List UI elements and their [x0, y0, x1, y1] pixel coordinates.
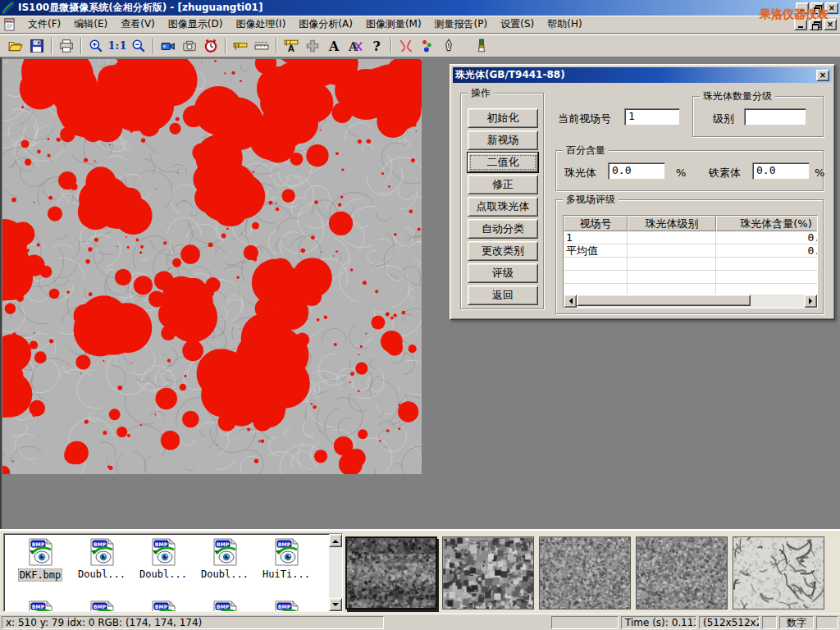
file-name: DKF.bmp — [18, 568, 63, 582]
bmp-file-icon: BMP — [148, 600, 178, 612]
file-list: BMP DKF.bmp BMP Doubl... BMP Doubl... BM… — [3, 533, 343, 612]
open-file-button[interactable] — [5, 36, 26, 56]
file-item[interactable]: BMP HuiTi... — [257, 537, 316, 580]
file-item[interactable]: BMP Doubl... — [195, 537, 254, 580]
down-arrow-icon — [332, 603, 339, 609]
grade-input[interactable] — [744, 108, 806, 126]
menu-file[interactable]: 文件(F) — [21, 16, 67, 33]
menu-measure-report[interactable]: 测量报告(P) — [428, 16, 495, 33]
grade-label: 级别 — [713, 112, 734, 126]
file-item[interactable]: BMP DKF.bmp — [11, 537, 70, 582]
bmp-file-icon: BMP — [210, 537, 240, 567]
table-row[interactable]: 平均值 0.0 — [564, 244, 817, 258]
svg-text:BMP: BMP — [155, 604, 168, 609]
binarize-button[interactable]: 二值化 — [468, 153, 538, 172]
actual-size-button[interactable]: 1:1 — [107, 36, 128, 56]
camera-capture-button[interactable] — [179, 36, 200, 56]
file-item[interactable]: BMP Doubl... — [72, 537, 131, 580]
pen-tool-button[interactable] — [438, 36, 459, 56]
particle-classify-button[interactable] — [417, 36, 438, 56]
cell-grade — [628, 231, 716, 244]
measure-text-button[interactable]: A — [281, 36, 302, 56]
title-bar[interactable]: IS100显微摄像系统(金相分析版) - [zhuguangti01] × — [0, 0, 840, 16]
bmp-file-icon: BMP — [87, 537, 116, 567]
ruler-button[interactable] — [251, 36, 272, 56]
camera-capture-icon — [182, 39, 197, 53]
zoom-out-button[interactable] — [128, 36, 149, 56]
thumbnail-2[interactable] — [442, 536, 534, 609]
return-button[interactable]: 返回 — [468, 285, 538, 305]
toolbar-separator — [153, 38, 154, 54]
file-item[interactable]: BMP — [11, 600, 70, 612]
pearlite-percent-input[interactable]: 0.0 — [608, 162, 665, 180]
menu-edit[interactable]: 编辑(E) — [67, 16, 114, 33]
scroll-right-button[interactable] — [804, 294, 817, 308]
menu-settings[interactable]: 设置(S) — [494, 16, 541, 33]
text-delete-icon: A — [348, 39, 363, 53]
file-item[interactable]: BMP — [195, 600, 254, 612]
table-row[interactable]: 1 0.0 — [564, 231, 817, 244]
current-field-input[interactable]: 1 — [624, 108, 680, 126]
brush-tool-button[interactable] — [471, 36, 492, 56]
scroll-left-button[interactable] — [564, 294, 577, 308]
col-pearlite-grade[interactable]: 珠光体级别 — [628, 216, 716, 231]
scroll-up-button[interactable] — [329, 534, 342, 547]
col-field-number[interactable]: 视场号 — [564, 216, 628, 231]
file-list-scrollbar[interactable] — [329, 534, 342, 611]
text-delete-button[interactable]: A — [345, 36, 366, 56]
menu-image-measure[interactable]: 图像测量(M) — [359, 16, 428, 33]
caliper-button[interactable] — [230, 36, 251, 56]
menu-view[interactable]: 查看(V) — [114, 16, 162, 33]
dialog-title-bar[interactable]: 珠光体(GB/T9441-88) × — [453, 67, 832, 83]
table-horizontal-scrollbar[interactable] — [564, 294, 817, 308]
scroll-down-button[interactable] — [329, 598, 342, 611]
rating-table: 视场号 珠光体级别 珠光体含量(%) 铁素体含量(%) 1 0.0 平均值 0.… — [563, 215, 818, 308]
col-pearlite-content[interactable]: 珠光体含量(%) — [716, 216, 818, 231]
bmp-file-icon: BMP — [272, 600, 301, 612]
auto-classify-button[interactable]: 自动分类 — [468, 219, 538, 239]
particle-classify-icon — [420, 39, 435, 53]
init-button[interactable]: 初始化 — [468, 108, 538, 128]
text-annotation-button[interactable]: A — [323, 36, 345, 56]
file-item[interactable]: BMP — [134, 600, 193, 612]
menu-image-analysis[interactable]: 图像分析(A) — [292, 16, 359, 33]
ferrite-percent-input[interactable]: 0.0 — [752, 162, 810, 180]
menu-image-display[interactable]: 图像显示(D) — [162, 16, 230, 33]
dialog-title: 珠光体(GB/T9441-88) — [455, 68, 565, 82]
file-item[interactable]: BMP Doubl... — [134, 537, 193, 580]
svg-text:BMP: BMP — [32, 604, 45, 609]
save-button[interactable] — [26, 36, 48, 56]
menu-image-process[interactable]: 图像处理(I) — [229, 16, 292, 33]
file-item[interactable]: BMP — [257, 600, 316, 612]
right-arrow-icon — [809, 298, 815, 304]
bmp-file-icon: BMP — [25, 600, 55, 612]
svg-text:BMP: BMP — [278, 604, 291, 609]
video-capture-icon — [161, 39, 176, 53]
thumbnail-1[interactable] — [345, 536, 437, 609]
crosshair-button[interactable] — [302, 36, 323, 56]
thumbnail-4[interactable] — [636, 536, 728, 609]
scrollbar-thumb[interactable] — [577, 294, 751, 306]
print-button[interactable] — [56, 36, 77, 56]
dialog-close-button[interactable]: × — [816, 70, 829, 81]
micrograph-image[interactable] — [2, 59, 422, 474]
menu-help[interactable]: 帮助(H) — [541, 16, 588, 33]
correct-button[interactable]: 修正 — [468, 175, 538, 194]
change-class-button[interactable]: 更改类别 — [468, 241, 538, 261]
pick-pearlite-button[interactable]: 点取珠光体 — [468, 197, 538, 217]
zoom-in-button[interactable] — [85, 36, 107, 56]
multifield-group-label: 多视场评级 — [563, 194, 619, 206]
measure-text-icon: A — [284, 39, 299, 53]
file-item[interactable]: BMP — [72, 600, 131, 612]
timer-button[interactable] — [200, 36, 221, 56]
rate-button[interactable]: 评级 — [468, 263, 538, 283]
curve-tool-button[interactable] — [395, 36, 417, 56]
thumbnail-5[interactable] — [733, 536, 824, 609]
new-field-button[interactable]: 新视场 — [468, 130, 538, 150]
empty-panel — [816, 616, 838, 629]
help-button[interactable]: ? — [366, 36, 387, 56]
video-capture-button[interactable] — [158, 36, 179, 56]
pearlite-label: 珠光体 — [564, 166, 596, 180]
cell-field: 平均值 — [564, 244, 628, 257]
thumbnail-3[interactable] — [539, 536, 631, 609]
